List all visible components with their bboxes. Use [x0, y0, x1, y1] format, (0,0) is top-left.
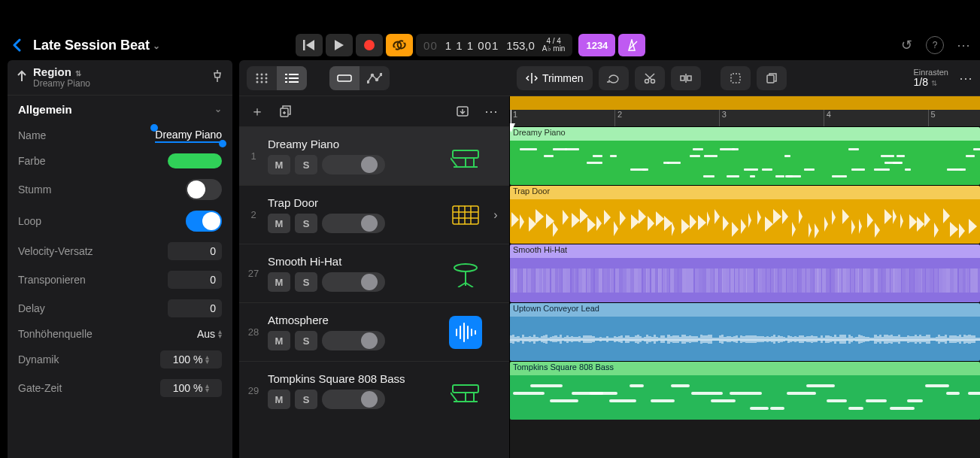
region-lane[interactable]: Uptown Conveyor Lead	[510, 302, 980, 361]
tracklist-more-button[interactable]: ⋯	[481, 101, 502, 122]
inspector-header[interactable]: Region ⇅ Dreamy Piano	[33, 66, 211, 89]
cycle-button[interactable]	[386, 34, 413, 56]
volume-fader[interactable]	[322, 155, 385, 174]
tempo-display: 153,0	[506, 39, 535, 52]
add-track-button[interactable]: ＋	[247, 101, 268, 122]
track-instrument-icon[interactable]	[449, 257, 482, 290]
region[interactable]: Smooth Hi-Hat	[510, 244, 980, 302]
track-row[interactable]: 28 Atmosphere M S	[239, 302, 509, 361]
region-lane[interactable]: Smooth Hi-Hat	[510, 244, 980, 302]
title-bar: Late Session Beat ⌄ 00 1 1 1 001 153,0 4…	[0, 30, 980, 60]
go-to-start-button[interactable]	[296, 34, 323, 56]
toolbar-more-button[interactable]: ⋯	[959, 70, 972, 86]
region[interactable]: Uptown Conveyor Lead	[510, 303, 980, 361]
svg-rect-0	[303, 40, 305, 50]
track-instrument-icon[interactable]	[449, 316, 482, 349]
region[interactable]: Trap Door	[510, 186, 980, 244]
track-name-label: Smooth Hi-Hat	[268, 255, 443, 268]
loop-toggle[interactable]	[186, 211, 222, 232]
track-name-label: Atmosphere	[268, 314, 443, 326]
mute-button[interactable]: M	[268, 390, 290, 409]
svg-point-9	[261, 80, 263, 83]
mute-button[interactable]: M	[268, 331, 290, 350]
help-icon[interactable]: ?	[926, 36, 944, 54]
ruler: 12345	[510, 96, 980, 126]
region-mode-button[interactable]	[329, 66, 360, 90]
duplicate-track-button[interactable]	[275, 101, 296, 122]
pitchsrc-select[interactable]: Aus▴▾	[197, 328, 222, 340]
copy-tool-button[interactable]	[757, 66, 787, 90]
volume-fader[interactable]	[322, 390, 385, 409]
back-button[interactable]	[8, 36, 26, 54]
prop-transpose: Transponieren 0	[8, 265, 232, 294]
svg-point-10	[265, 80, 268, 83]
transpose-field[interactable]: 0	[168, 271, 222, 289]
volume-fader[interactable]	[322, 272, 385, 292]
count-in-button[interactable]: 1234	[578, 34, 615, 56]
region-name-field[interactable]: Dreamy Piano	[155, 129, 222, 143]
chevron-right-icon[interactable]: ›	[488, 208, 503, 222]
track-row[interactable]: 1 Dreamy Piano M S	[239, 126, 509, 185]
region-lane[interactable]: Tompkins Square 808 Bass	[510, 361, 980, 420]
bar-tick: 4	[824, 110, 831, 126]
volume-fader[interactable]	[322, 331, 385, 350]
solo-button[interactable]: S	[295, 214, 317, 233]
region-lane[interactable]: Trap Door	[510, 185, 980, 244]
bar-ruler[interactable]: 12345	[510, 110, 980, 126]
velocity-field[interactable]: 0	[168, 242, 222, 260]
record-button[interactable]	[356, 34, 383, 56]
view-grid-button[interactable]	[247, 66, 277, 90]
view-list-button[interactable]	[277, 66, 307, 90]
import-button[interactable]	[452, 101, 473, 122]
dynamics-field[interactable]: 100 %▴▾	[160, 350, 222, 369]
mute-button[interactable]: M	[268, 272, 290, 292]
delay-field[interactable]: 0	[168, 299, 222, 317]
track-instrument-icon[interactable]	[449, 199, 482, 232]
solo-button[interactable]: S	[295, 331, 317, 350]
region[interactable]: Tompkins Square 808 Bass	[510, 362, 980, 420]
mute-button[interactable]: M	[268, 155, 290, 174]
play-button[interactable]	[326, 34, 353, 56]
svg-rect-51	[449, 316, 482, 349]
region-lane[interactable]: Dreamy Piano	[510, 126, 980, 185]
track-instrument-icon[interactable]	[449, 140, 482, 173]
solo-button[interactable]: S	[295, 390, 317, 409]
track-row[interactable]: 29 Tompkins Square 808 Bass M S	[239, 361, 509, 420]
metronome-button[interactable]	[618, 34, 645, 56]
arrange-area: 12345 Dreamy PianoTrap DoorSmooth Hi-Hat…	[510, 96, 980, 458]
solo-button[interactable]: S	[295, 155, 317, 174]
automation-mode-button[interactable]	[360, 66, 390, 90]
color-swatch[interactable]	[168, 153, 222, 168]
project-title[interactable]: Late Session Beat ⌄	[33, 38, 160, 53]
undo-history-icon[interactable]: ↺	[897, 36, 915, 54]
gate-field[interactable]: 100 %▴▾	[160, 379, 222, 397]
svg-rect-17	[338, 75, 351, 81]
snap-menu[interactable]: Einrasten 1/8 ⇅	[914, 68, 948, 88]
svg-line-59	[451, 393, 457, 402]
mute-button[interactable]: M	[268, 214, 290, 233]
pin-icon[interactable]	[211, 69, 223, 86]
section-allgemein[interactable]: Allgemein ⌄	[8, 96, 232, 123]
track-row[interactable]: 27 Smooth Hi-Hat M S	[239, 244, 509, 302]
solo-button[interactable]: S	[295, 272, 317, 292]
region[interactable]: Dreamy Piano	[510, 127, 980, 185]
split-tool-button[interactable]	[671, 66, 701, 90]
mute-toggle[interactable]	[186, 179, 222, 200]
track-instrument-icon[interactable]	[449, 375, 482, 408]
svg-point-4	[265, 73, 268, 75]
svg-rect-13	[285, 77, 287, 79]
track-row[interactable]: 2 Trap Door M S ›	[239, 185, 509, 244]
marker-lane[interactable]	[510, 96, 980, 110]
loop-tool-button[interactable]	[599, 66, 629, 90]
inspector-up-button[interactable]	[17, 70, 27, 85]
scissors-tool-button[interactable]	[635, 66, 665, 90]
playhead[interactable]	[511, 110, 511, 126]
region-inspector: Region ⇅ Dreamy Piano Allgemein ⌄ Name D…	[8, 60, 233, 458]
marquee-tool-button[interactable]	[721, 66, 751, 90]
svg-rect-29	[687, 76, 691, 80]
lcd-display[interactable]: 00 1 1 1 001 153,0 4 / 4 A♭ min	[416, 34, 572, 56]
trim-tool-button[interactable]: Trimmen	[517, 66, 593, 90]
more-menu-icon[interactable]: ⋯	[954, 36, 972, 54]
volume-fader[interactable]	[322, 214, 385, 233]
project-title-text: Late Session Beat	[33, 38, 150, 53]
